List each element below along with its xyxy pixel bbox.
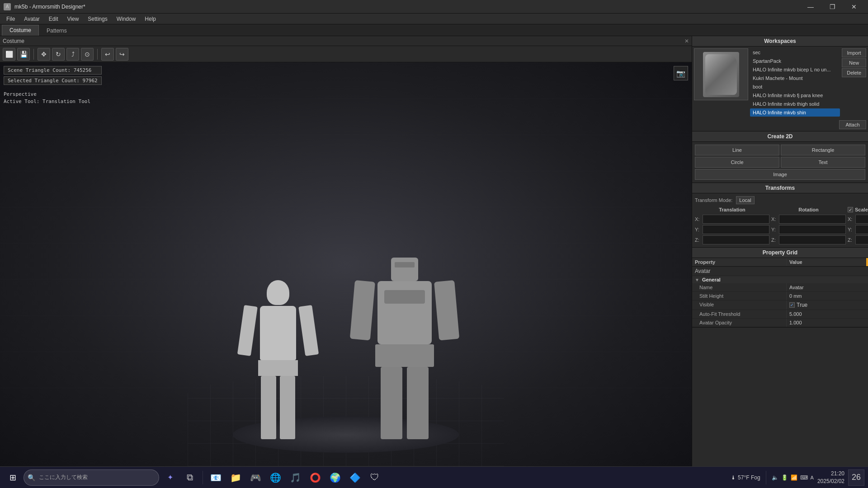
keyboard-icon[interactable]: ⌨: [800, 474, 808, 481]
prop-value-stilt-height: 0 mm: [787, 292, 868, 300]
taskbar-app-3[interactable]: ⭕: [306, 469, 324, 487]
scale-y-input[interactable]: [855, 225, 868, 234]
menu-view[interactable]: View: [63, 15, 84, 23]
viewport-3d[interactable]: Scene Triangle Count: 745256 Selected Tr…: [0, 62, 692, 466]
property-panel: Property Value Avatar ▼ General Name: [692, 258, 868, 327]
taskbar-start-button[interactable]: ⊞: [4, 469, 22, 487]
ws-item-kukri[interactable]: Kukri Machete - Mount: [750, 74, 840, 82]
ws-item-shin[interactable]: HALO Infinite mkvb shin: [750, 108, 840, 117]
rotation-header: Rotation: [771, 207, 846, 212]
toolbar-separator-1: [33, 49, 34, 60]
tool-undo[interactable]: ↩: [101, 48, 114, 61]
taskbar-weather[interactable]: 🌡 57°F Fog: [731, 474, 760, 481]
tab-costume[interactable]: Costume: [2, 25, 39, 36]
create2d-header: Create 2D: [692, 131, 868, 142]
workspace-new-button[interactable]: New: [842, 58, 866, 67]
scale-x-row: X:: [848, 215, 868, 224]
ws-item-spartanpack[interactable]: SpartanPack: [750, 57, 840, 65]
taskbar-app-browser[interactable]: 🌍: [326, 469, 344, 487]
tool-new-document[interactable]: ⬜: [3, 48, 15, 61]
taskbar-datetime[interactable]: 21:20 2025/02/02: [817, 470, 844, 485]
minimize-button[interactable]: —: [800, 0, 821, 14]
volume-icon[interactable]: 📶: [791, 474, 797, 481]
taskbar-app-blender[interactable]: 🔷: [346, 469, 364, 487]
taskbar-date: 2025/02/02: [817, 478, 844, 485]
rotation-x-input[interactable]: [779, 215, 846, 224]
menu-file[interactable]: File: [2, 15, 19, 23]
create2d-line-button[interactable]: Line: [695, 145, 779, 155]
workspaces-main: sec SpartanPack HALO Infinite mkvb bicep…: [692, 47, 868, 118]
menu-help[interactable]: Help: [140, 15, 160, 23]
tool-export[interactable]: ⤴: [66, 48, 79, 61]
weather-text: 57°F Fog: [738, 474, 760, 481]
viewport-close-button[interactable]: ✕: [684, 38, 689, 44]
menu-settings[interactable]: Settings: [83, 15, 112, 23]
menu-edit[interactable]: Edit: [44, 15, 63, 23]
tool-save[interactable]: 💾: [17, 48, 30, 61]
armored-leg-right: [407, 367, 429, 439]
workspace-delete-button[interactable]: Delete: [842, 68, 866, 77]
battery-icon[interactable]: 🔋: [781, 474, 788, 481]
property-category-general[interactable]: ▼ General: [692, 276, 868, 283]
menu-avatar[interactable]: Avatar: [19, 15, 44, 23]
taskbar-date-number[interactable]: 26: [848, 469, 864, 486]
translation-y-input[interactable]: [703, 225, 769, 234]
visible-checkbox[interactable]: ✓: [789, 302, 795, 308]
menu-window[interactable]: Window: [112, 15, 141, 23]
uniform-scale-checkbox[interactable]: ✓: [848, 207, 853, 212]
tool-lasso[interactable]: ⊙: [81, 48, 94, 61]
taskbar-cortana-button[interactable]: ✦: [161, 469, 179, 487]
ws-item-boot[interactable]: boot: [750, 83, 840, 91]
ws-item-sec[interactable]: sec: [750, 48, 840, 56]
translation-x-input[interactable]: [703, 215, 769, 224]
weather-icon: 🌡: [731, 474, 736, 481]
taskbar-app-spotify[interactable]: 🎵: [286, 469, 304, 487]
taskbar-app-armorsmith[interactable]: 🛡: [366, 469, 384, 487]
titlebar-controls[interactable]: — ❐ ✕: [800, 0, 864, 14]
prop-name-autofit: Auto-Fit Threshold: [692, 310, 787, 318]
close-button[interactable]: ✕: [844, 0, 864, 14]
armored-upper: [359, 281, 450, 344]
main-layout: Costume ✕ ⬜ 💾 ✥ ↻ ⤴ ⊙ ↩ ↪: [0, 36, 868, 466]
taskbar-app-1[interactable]: 🎮: [246, 469, 264, 487]
taskbar-taskview-button[interactable]: ⧉: [181, 469, 199, 487]
ws-item-bicep[interactable]: HALO Infinite mkvb bicep L no un...: [750, 66, 840, 74]
taskbar-app-explorer[interactable]: 📁: [226, 469, 245, 487]
create2d-text-button[interactable]: Text: [781, 157, 865, 168]
ws-item-knee[interactable]: HALO Infinite mkvb fj para knee: [750, 91, 840, 99]
maximize-button[interactable]: ❐: [822, 0, 843, 14]
prop-row-avatar-opacity: Avatar Opacity 1.000: [692, 319, 868, 327]
property-col-headers: Property Value: [692, 258, 868, 267]
ime-icon[interactable]: A: [811, 475, 814, 480]
scale-x-input[interactable]: [855, 215, 868, 224]
figure-humanoid: [242, 280, 314, 439]
tool-rotate[interactable]: ↻: [52, 48, 65, 61]
rotation-y-row: Y:: [771, 225, 846, 234]
network-icon[interactable]: 🔈: [772, 474, 778, 481]
tool-move[interactable]: ✥: [38, 48, 50, 61]
armored-hips: [375, 344, 434, 367]
workspace-import-button[interactable]: Import: [842, 48, 866, 57]
taskbar-search-bar[interactable]: 🔍 ここに入力して検索: [24, 469, 159, 486]
translation-y-row: Y:: [695, 225, 769, 234]
prop-row-stilt-height: Stilt Height 0 mm: [692, 292, 868, 300]
tool-redo[interactable]: ↪: [116, 48, 128, 61]
tab-patterns[interactable]: Patterns: [39, 25, 75, 36]
taskbar-app-outlook[interactable]: 📧: [207, 469, 225, 487]
prop-header-property: Property: [692, 258, 787, 266]
rotation-y-input[interactable]: [779, 225, 846, 234]
create2d-circle-button[interactable]: Circle: [695, 157, 779, 168]
create2d-image-button[interactable]: Image: [695, 169, 865, 180]
humanoid-leg-left: [261, 376, 276, 439]
rotation-x-row: X:: [771, 215, 846, 224]
workspace-attach-button[interactable]: Attach: [839, 120, 866, 129]
screenshot-button[interactable]: 📷: [674, 66, 688, 80]
taskbar-app-2[interactable]: 🌐: [266, 469, 284, 487]
ws-item-thigh[interactable]: HALO Infinite mkvb thigh solid: [750, 100, 840, 108]
create2d-rectangle-button[interactable]: Rectangle: [781, 145, 865, 155]
translation-z-input[interactable]: [703, 235, 769, 244]
scale-z-input[interactable]: [855, 235, 868, 244]
rotation-z-input[interactable]: [779, 235, 846, 244]
prop-row-name: Name Avatar: [692, 283, 868, 292]
workspace-list: sec SpartanPack HALO Infinite mkvb bicep…: [750, 48, 840, 117]
